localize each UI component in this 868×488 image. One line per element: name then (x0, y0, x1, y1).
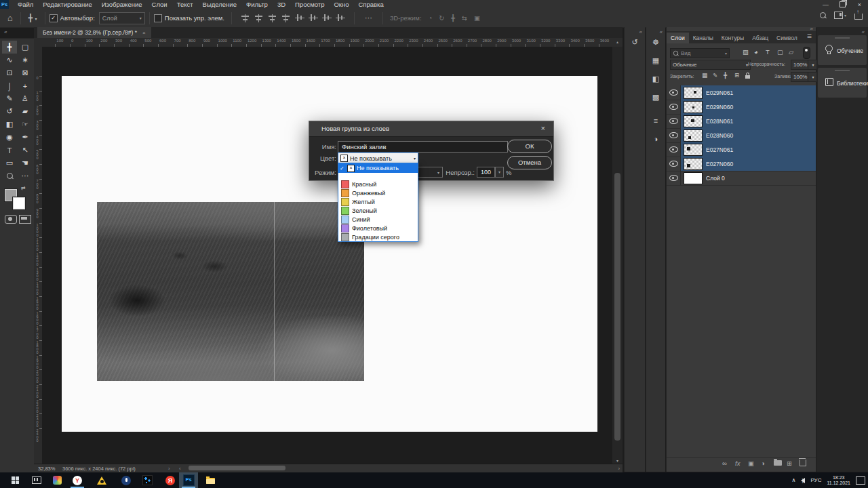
history-panel-icon[interactable]: ↺ (625, 38, 645, 47)
color-option-Фиолетовый[interactable]: Фиолетовый (338, 224, 418, 232)
menu-Слои[interactable]: Слои (147, 0, 172, 9)
adjustment-layer-icon[interactable]: ◑ (761, 460, 765, 467)
visibility-toggle[interactable] (667, 157, 681, 171)
color-option-Желтый[interactable]: Желтый (338, 197, 418, 206)
layer-row-E027N061[interactable]: E027N061 (667, 142, 816, 157)
cancel-button[interactable]: Отмена (507, 156, 552, 169)
lock-paint-icon[interactable]: ✎ (713, 72, 717, 79)
patterns-panel-icon[interactable]: ▩ (646, 93, 665, 102)
search-icon[interactable] (820, 12, 826, 18)
status-collapse-icon[interactable]: ‹ (179, 466, 181, 472)
tab-Каналы[interactable]: Каналы (689, 33, 717, 43)
brush-tool[interactable]: ✎ (2, 92, 17, 105)
frame-tool[interactable]: ⊠ (18, 66, 33, 79)
distribute-v-icon[interactable] (336, 14, 345, 22)
layer-thumbnail[interactable] (684, 115, 703, 127)
lock-artboard-icon[interactable]: ⊞ (734, 72, 739, 79)
layer-thumbnail[interactable] (684, 101, 703, 113)
new-layer-icon[interactable]: ⊞ (787, 460, 792, 467)
yandex-search-app[interactable]: Я (161, 472, 180, 488)
zoom-tool[interactable] (2, 169, 17, 182)
layer-mask-icon[interactable]: ▣ (748, 460, 754, 467)
document-tab[interactable]: Без имени-2 @ 32,8% (Гр.сер./8#) * × (37, 27, 151, 38)
layer-thumbnail[interactable] (684, 172, 703, 184)
layer-row-E027N060[interactable]: E027N060 (667, 157, 816, 171)
more-options-icon[interactable]: ⋯ (361, 14, 376, 22)
color-option-Зеленый[interactable]: Зеленый (338, 206, 418, 215)
explorer-app[interactable] (201, 472, 220, 488)
recorder-app[interactable] (117, 472, 136, 488)
visibility-toggle[interactable] (667, 142, 681, 157)
aimp-app[interactable] (92, 472, 111, 488)
align-center-h-icon[interactable] (254, 14, 264, 22)
task-view-button[interactable] (27, 472, 46, 488)
close-button[interactable]: × (851, 1, 868, 8)
menu-Фильтр[interactable]: Фильтр (241, 0, 273, 9)
dock-item-Библиотеки[interactable]: Библиотеки (818, 68, 867, 98)
layer-thumbnail[interactable] (684, 158, 703, 170)
menu-Справка[interactable]: Справка (354, 0, 389, 9)
scroll-right-icon[interactable]: › (618, 466, 620, 472)
visibility-toggle[interactable] (667, 114, 681, 128)
history-brush-tool[interactable]: ↺ (2, 105, 17, 118)
group-name-input[interactable]: Финский залив (338, 141, 508, 152)
tab-Слои[interactable]: Слои (667, 33, 689, 43)
strip2-collapse-icon[interactable]: « (660, 29, 663, 35)
edit-toolbar-button[interactable]: ⋯ (18, 169, 33, 182)
menu-Просмотр[interactable]: Просмотр (290, 0, 329, 9)
layer-row-E029N061[interactable]: E029N061 (667, 85, 816, 100)
properties-panel-icon[interactable]: ≡ (646, 117, 665, 125)
link-layers-icon[interactable]: ∞ (722, 460, 727, 467)
vertical-scrollbar[interactable]: ▾ (612, 47, 623, 464)
move-tool-preset-icon[interactable]: ╋ ▾ (25, 14, 41, 22)
tab-Символ[interactable]: Символ (772, 33, 802, 43)
lasso-tool[interactable]: ∿ (2, 54, 17, 66)
layer-row-E028N060[interactable]: E028N060 (667, 128, 816, 143)
visibility-toggle[interactable] (667, 85, 681, 100)
menu-Редактирование[interactable]: Редактирование (38, 0, 96, 9)
canvas-viewport[interactable] (42, 47, 612, 464)
pixel-layer-filter-icon[interactable]: ▨ (743, 48, 749, 56)
blend-mode-dropdown[interactable]: Обычные▾ (670, 60, 751, 70)
3d-pan-icon[interactable]: ╋ (451, 14, 455, 22)
vertical-scrollbar-thumb[interactable] (614, 173, 620, 441)
background-color-swatch[interactable] (13, 197, 25, 209)
yandex-browser-app[interactable]: Y (68, 472, 87, 488)
layer-row-E028N061[interactable]: E028N061 (667, 114, 816, 129)
adjustments-panel-icon[interactable]: ◑ (646, 135, 665, 143)
ok-button[interactable]: ОК (507, 140, 552, 153)
visibility-toggle[interactable] (667, 128, 681, 142)
menu-Окно[interactable]: Окно (329, 0, 353, 9)
tab-Контуры[interactable]: Контуры (717, 33, 748, 43)
autoselect-checkbox[interactable]: ✓ (50, 14, 58, 22)
pen-tool[interactable]: ✒ (18, 131, 33, 144)
type-tool[interactable]: T (2, 144, 17, 157)
gradients-panel-icon[interactable]: ◧ (646, 75, 665, 83)
photoshop-app[interactable]: Ps (179, 472, 198, 488)
eraser-tool[interactable]: ▰ (18, 105, 33, 118)
share-icon[interactable] (854, 14, 863, 20)
minimize-button[interactable]: — (817, 1, 834, 8)
restore-button[interactable] (834, 1, 851, 7)
menu-Текст[interactable]: Текст (172, 0, 198, 9)
dialog-close-icon[interactable]: × (541, 124, 545, 132)
quick-mask-icon[interactable] (5, 215, 17, 224)
clone-stamp-tool[interactable]: ♙ (18, 92, 33, 105)
shape-tool[interactable]: ▭ (2, 157, 17, 169)
move-tool[interactable]: ╋ (2, 41, 17, 54)
clock[interactable]: 18:23 11.12.2021 (827, 475, 850, 486)
align-right-icon[interactable] (268, 14, 277, 22)
dialog-title-bar[interactable]: Новая группа из слоев × (309, 121, 553, 137)
layer-row-Слой 0[interactable]: Слой 0 (667, 171, 816, 186)
smart-object-filter-icon[interactable]: ▱ (789, 48, 793, 56)
align-bottom-icon[interactable] (322, 14, 332, 22)
color-option-Синий[interactable]: Синий (338, 215, 418, 224)
scroll-down-icon[interactable]: ▾ (612, 458, 623, 463)
quick-selection-tool[interactable]: ∗ (18, 54, 33, 66)
volume-icon[interactable] (801, 478, 805, 483)
align-left-icon[interactable] (241, 14, 250, 22)
distribute-h-icon[interactable] (281, 14, 291, 22)
show-controls-checkbox[interactable]: ✓ (154, 14, 162, 22)
layer-thumbnail[interactable] (684, 87, 703, 99)
color-option-Градации серого[interactable]: Градации серого (338, 232, 418, 241)
